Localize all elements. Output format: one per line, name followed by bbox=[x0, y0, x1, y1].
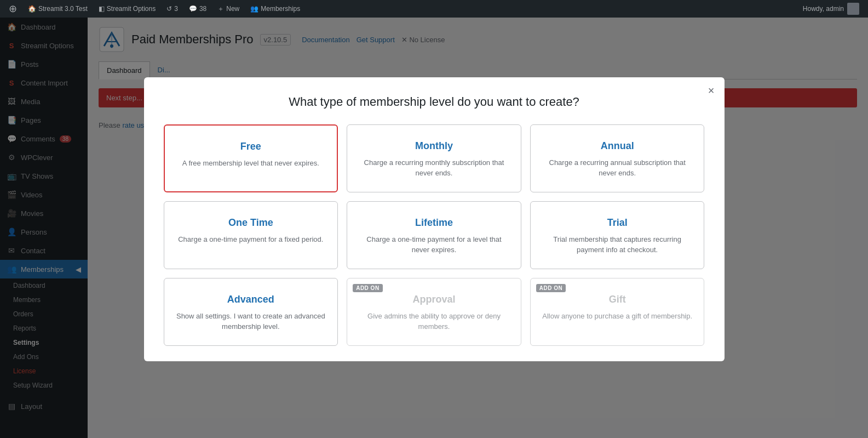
card-desc-one-time: Charge a one-time payment for a fixed pe… bbox=[175, 234, 327, 245]
admin-bar-revisions-count: 3 bbox=[174, 5, 178, 13]
admin-bar-wp-logo[interactable]: ⊕ bbox=[4, 0, 21, 18]
modal-close-button[interactable]: × bbox=[708, 85, 715, 96]
revisions-icon: ↺ bbox=[166, 5, 172, 13]
main-content: Paid Memberships Pro v2.10.5 Documentati… bbox=[88, 0, 868, 438]
card-title-gift: Gift bbox=[542, 294, 693, 305]
admin-bar-new-label: New bbox=[226, 5, 239, 13]
membership-grid: Free A free membership level that never … bbox=[164, 124, 705, 346]
admin-bar-streamit-options[interactable]: ◧ Streamit Options bbox=[94, 0, 160, 18]
addon-badge-approval: ADD ON bbox=[353, 284, 382, 292]
addon-badge-gift: ADD ON bbox=[536, 284, 566, 292]
memberships-icon: 👥 bbox=[250, 5, 258, 13]
card-desc-free: A free membership level that never expir… bbox=[176, 158, 326, 169]
membership-card-one-time[interactable]: One Time Charge a one-time payment for a… bbox=[164, 201, 338, 269]
admin-bar-site[interactable]: 🏠 Streamit 3.0 Test bbox=[24, 0, 92, 18]
card-title-free: Free bbox=[176, 141, 326, 152]
card-desc-trial: Trial membership that captures recurring… bbox=[542, 234, 693, 255]
modal-title: What type of membership level do you wan… bbox=[164, 95, 705, 109]
card-desc-monthly: Charge a recurring monthly subscription … bbox=[358, 157, 510, 179]
membership-card-approval[interactable]: ADD ON Approval Give admins the ability … bbox=[347, 278, 521, 346]
card-title-one-time: One Time bbox=[175, 217, 327, 229]
card-title-trial: Trial bbox=[542, 217, 693, 229]
card-desc-advanced: Show all settings. I want to create an a… bbox=[175, 311, 327, 332]
card-desc-annual: Charge a recurring annual subscription t… bbox=[542, 157, 693, 179]
card-title-monthly: Monthly bbox=[358, 140, 510, 152]
admin-bar-memberships-label: Memberships bbox=[261, 5, 300, 13]
admin-bar-options-label: Streamit Options bbox=[107, 5, 156, 13]
admin-bar: ⊕ 🏠 Streamit 3.0 Test ◧ Streamit Options… bbox=[0, 0, 868, 18]
card-desc-lifetime: Charge a one-time payment for a level th… bbox=[358, 234, 510, 255]
modal-overlay: × What type of membership level do you w… bbox=[88, 0, 868, 438]
membership-card-trial[interactable]: Trial Trial membership that captures rec… bbox=[530, 201, 705, 269]
card-title-lifetime: Lifetime bbox=[358, 217, 510, 229]
plus-icon: ＋ bbox=[217, 4, 224, 14]
card-title-annual: Annual bbox=[542, 140, 693, 152]
membership-card-gift[interactable]: ADD ON Gift Allow anyone to purchase a g… bbox=[530, 278, 705, 346]
admin-bar-revisions[interactable]: ↺ 3 bbox=[162, 0, 182, 18]
card-desc-gift: Allow anyone to purchase a gift of membe… bbox=[542, 311, 693, 322]
admin-bar-comments[interactable]: 💬 38 bbox=[185, 0, 211, 18]
admin-bar-right: Howdy, admin bbox=[798, 3, 864, 15]
card-title-advanced: Advanced bbox=[175, 294, 327, 305]
card-title-approval: Approval bbox=[358, 294, 510, 305]
card-desc-approval: Give admins the ability to approve or de… bbox=[358, 311, 510, 332]
admin-bar-howdy[interactable]: Howdy, admin bbox=[798, 3, 864, 15]
membership-card-annual[interactable]: Annual Charge a recurring annual subscri… bbox=[530, 124, 705, 192]
howdy-text: Howdy, admin bbox=[803, 5, 844, 13]
membership-card-advanced[interactable]: Advanced Show all settings. I want to cr… bbox=[164, 278, 338, 346]
admin-bar-site-label: Streamit 3.0 Test bbox=[38, 5, 88, 13]
membership-card-lifetime[interactable]: Lifetime Charge a one-time payment for a… bbox=[347, 201, 521, 269]
home-icon: 🏠 bbox=[28, 5, 36, 13]
admin-bar-memberships[interactable]: 👥 Memberships bbox=[246, 0, 304, 18]
admin-bar-comments-count: 38 bbox=[199, 5, 206, 13]
admin-bar-new[interactable]: ＋ New bbox=[213, 0, 244, 18]
wp-icon: ⊕ bbox=[9, 3, 17, 15]
comments-icon: 💬 bbox=[189, 5, 197, 13]
admin-bar-options-icon: ◧ bbox=[99, 5, 105, 13]
avatar bbox=[847, 3, 859, 15]
membership-card-free[interactable]: Free A free membership level that never … bbox=[164, 124, 338, 192]
modal: × What type of membership level do you w… bbox=[144, 77, 725, 361]
membership-card-monthly[interactable]: Monthly Charge a recurring monthly subsc… bbox=[347, 124, 521, 192]
